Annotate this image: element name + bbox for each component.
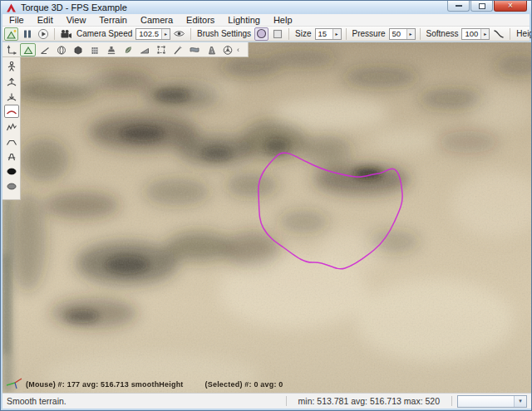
river-icon [189, 44, 200, 56]
ellipse-brush-icon [256, 28, 267, 39]
softness-field[interactable]: 100 ▸ [461, 28, 490, 40]
menu-camera[interactable]: Camera [134, 14, 180, 26]
terrain-tool-set-height[interactable] [4, 149, 19, 163]
pressure-spinner-icon[interactable]: ▸ [406, 29, 415, 39]
size-label: Size [295, 29, 311, 38]
play-icon [37, 28, 49, 40]
menu-edit[interactable]: Edit [31, 14, 60, 26]
camera-menu-button[interactable] [59, 27, 73, 41]
axis-gizmo-icon [5, 376, 25, 390]
menu-terrain[interactable]: Terrain [92, 14, 134, 26]
minimize-button[interactable] [447, 1, 470, 12]
pressure-label: Pressure [352, 29, 386, 38]
camera-speed-value: 102.5 [136, 29, 161, 38]
menu-editors[interactable]: Editors [180, 14, 221, 26]
editor-tool-particle-editor[interactable] [219, 43, 235, 56]
editor-tool-shape-editor[interactable] [70, 43, 86, 56]
terrain-tool-lower-height[interactable] [4, 90, 19, 103]
editor-tool-river-editor[interactable] [186, 43, 202, 56]
lower-height-icon [6, 91, 17, 102]
camera-speed-spinner-icon[interactable]: ▸ [161, 29, 170, 39]
size-spinner-icon[interactable]: ▸ [332, 29, 341, 39]
brush-ellipse-button[interactable] [254, 27, 268, 41]
camera-speed-field[interactable]: 102.5 ▸ [135, 28, 170, 40]
terrain-painter-icon [39, 44, 51, 56]
menu-file[interactable]: File [2, 14, 31, 26]
editor-tool-forest-editor[interactable] [120, 43, 135, 56]
close-button[interactable]: × [494, 1, 527, 12]
set-height-icon [6, 150, 17, 162]
softness-curve-button[interactable] [491, 27, 505, 41]
app-window: Torque 3D - FPS Example × File Edit View… [0, 0, 532, 411]
window-title: Torque 3D - FPS Example [21, 2, 127, 12]
world-editor-button[interactable] [4, 27, 18, 41]
toolbar-separator [510, 28, 510, 40]
softness-spinner-icon[interactable]: ▸ [480, 29, 489, 39]
wand-icon [172, 44, 184, 56]
pressure-value: 50 [390, 29, 406, 38]
editor-tool-terrain-editor[interactable] [20, 43, 36, 56]
terrain-tool-clear-terrain[interactable] [4, 164, 19, 178]
brush-stats-overlay: (Mouse) #: 177 avg: 516.713 smoothHeight… [26, 380, 283, 389]
selected-stats: (Selected) #: 0 avg: 0 [205, 380, 283, 389]
editor-tool-road-editor[interactable] [203, 43, 219, 56]
terrain-tool-raise-height[interactable] [4, 75, 19, 88]
window-controls: × [447, 1, 527, 12]
app-logo-icon [6, 2, 17, 13]
grab-terrain-icon [6, 61, 17, 72]
menu-lighting[interactable]: Lighting [221, 14, 267, 26]
brush-box-button[interactable] [270, 27, 284, 41]
toolbar-separator [190, 28, 191, 40]
play-game-button[interactable] [36, 27, 50, 41]
terrain-tool-grab-terrain[interactable] [4, 60, 19, 73]
editor-tool-selection[interactable] [153, 43, 169, 56]
editor-tool-terrain-painter[interactable] [37, 43, 52, 56]
menu-help[interactable]: Help [267, 14, 299, 26]
flatten-icon [6, 135, 17, 147]
pressure-field[interactable]: 50 ▸ [389, 28, 416, 40]
visibility-button[interactable] [172, 27, 186, 41]
menu-view[interactable]: View [60, 14, 93, 26]
chevron-down-icon[interactable]: ▾ [514, 396, 526, 407]
toggle-panels-button[interactable] [20, 27, 34, 41]
world-editor-icon [6, 28, 17, 40]
stamp-icon [106, 44, 117, 56]
terrain-tool-paint-noise[interactable] [4, 120, 19, 133]
status-separator [286, 396, 287, 406]
smooth-icon [6, 105, 17, 117]
close-icon: × [508, 2, 513, 10]
terrain-tool-flatten[interactable] [4, 135, 19, 148]
size-field[interactable]: 15 ▸ [315, 28, 342, 40]
status-dropdown[interactable]: ▾ [457, 395, 527, 408]
terrain-tool-restore-terrain[interactable] [4, 179, 19, 193]
camera-icon [60, 29, 72, 39]
menu-bar: File Edit View Terrain Camera Editors Li… [2, 14, 530, 27]
editor-toolbar: ‹ [2, 42, 249, 57]
toolbar-separator [420, 28, 421, 40]
material-editor-icon [56, 44, 67, 56]
ramp-icon [139, 44, 150, 56]
editor-tool-datablock-editor[interactable] [86, 43, 102, 56]
object-editor-icon [6, 44, 17, 56]
panels-icon [22, 29, 32, 39]
restore-terrain-icon [6, 180, 17, 192]
paint-noise-icon [6, 120, 17, 132]
terrain-editor-icon [22, 44, 34, 56]
editor-tool-material-editor[interactable] [53, 43, 69, 56]
toolbar-overflow-icon[interactable]: ‹ [237, 46, 239, 54]
shape-editor-icon [72, 44, 84, 56]
wheel-icon [222, 44, 234, 56]
terrain-tool-strip [2, 57, 21, 200]
status-message: Smooth terrain. [7, 396, 281, 406]
terrain-tool-smooth[interactable] [4, 105, 19, 118]
editor-tool-decal-editor[interactable] [103, 43, 119, 56]
terrain-viewport[interactable]: ‹ [2, 42, 531, 393]
editor-tool-magic-wand[interactable] [170, 43, 185, 56]
toolbar-separator [54, 28, 55, 40]
falloff-curve-icon [493, 29, 505, 39]
selection-box-icon [155, 44, 167, 56]
maximize-icon [479, 3, 485, 9]
maximize-button[interactable] [470, 1, 493, 12]
editor-tool-ramp[interactable] [136, 43, 152, 56]
editor-tool-object-editor[interactable] [3, 43, 19, 56]
